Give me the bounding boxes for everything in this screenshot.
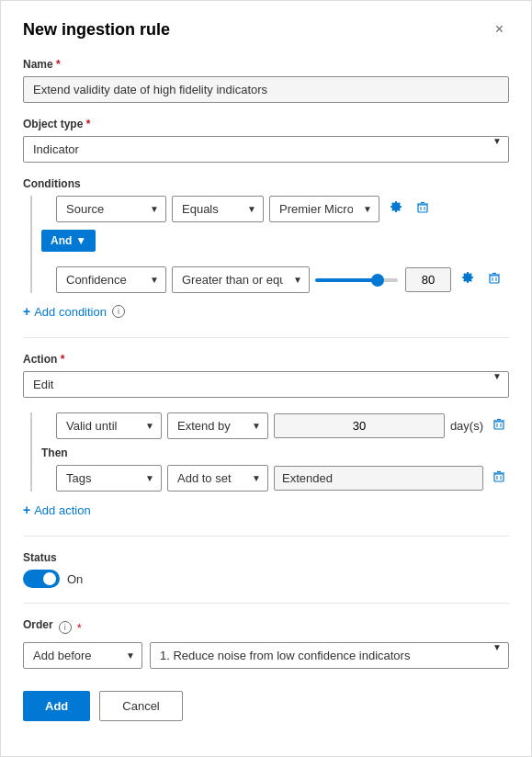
- condition1-field-select[interactable]: Source: [56, 196, 166, 222]
- order-field-wrapper: Add before ▼: [23, 642, 142, 669]
- name-group: Name *: [23, 58, 509, 103]
- order-label: Order: [23, 618, 53, 631]
- confidence-number-input[interactable]: [405, 267, 451, 292]
- order-info-icon[interactable]: i: [59, 621, 72, 634]
- action-rows-group: Valid until ▼ Extend by ▼ day(s): [30, 412, 509, 491]
- gear-icon-2: [460, 271, 475, 286]
- action2-field-select[interactable]: Tags: [56, 465, 162, 491]
- conditions-section: Conditions Source ▼ Equals ▼: [23, 177, 509, 322]
- order-value-wrapper: 1. Reduce noise from low confidence indi…: [150, 642, 509, 669]
- action2-field-wrapper: Tags ▼: [56, 465, 162, 491]
- connector-wrapper: And ▼: [41, 230, 509, 259]
- new-ingestion-rule-dialog: New ingestion rule × Name * Object type …: [0, 0, 532, 757]
- action2-operator-wrapper: Add to set ▼: [167, 465, 268, 491]
- svg-rect-5: [490, 276, 499, 283]
- action1-unit-label: day(s): [450, 419, 483, 433]
- action1-delete-button[interactable]: [489, 414, 509, 437]
- condition1-operator-wrapper: Equals ▼: [172, 196, 264, 222]
- add-action-button[interactable]: + Add action: [23, 499, 91, 521]
- action1-field-select[interactable]: Valid until: [56, 412, 162, 439]
- trash-icon-4: [492, 470, 505, 483]
- action2-delete-button[interactable]: [489, 467, 509, 490]
- svg-rect-15: [494, 474, 504, 481]
- conditions-label: Conditions: [23, 177, 509, 190]
- status-label: Status: [23, 551, 509, 564]
- order-field-select[interactable]: Add before: [23, 642, 142, 669]
- condition1-operator-select[interactable]: Equals: [172, 196, 264, 222]
- add-condition-button[interactable]: + Add condition: [23, 300, 107, 322]
- divider-1: [23, 337, 509, 338]
- toggle-thumb: [43, 572, 56, 585]
- add-condition-wrapper: + Add condition i: [23, 300, 509, 322]
- trash-icon: [416, 201, 429, 214]
- order-section: Order i * Add before ▼ 1. Reduce noise f…: [23, 618, 509, 669]
- status-on-label: On: [67, 572, 83, 586]
- object-type-wrapper: Indicator ▼: [23, 136, 509, 163]
- plus-icon: +: [23, 304, 30, 319]
- then-label: Then: [41, 446, 509, 459]
- condition1-value-wrapper: Premier Micro... ▼: [269, 196, 379, 222]
- status-section: Status On: [23, 551, 509, 588]
- dialog-title: New ingestion rule: [23, 20, 170, 40]
- svg-rect-0: [418, 205, 427, 212]
- divider-3: [23, 603, 509, 604]
- dialog-header: New ingestion rule ×: [23, 19, 509, 40]
- divider-2: [23, 536, 509, 537]
- action-label: Action *: [23, 353, 509, 366]
- action-row-2: Tags ▼ Add to set ▼: [56, 465, 509, 491]
- condition-group: Source ▼ Equals ▼ Premier Micro... ▼: [30, 196, 509, 293]
- confidence-slider[interactable]: [315, 278, 398, 282]
- action2-value-input[interactable]: [274, 466, 483, 491]
- condition1-field-wrapper: Source ▼: [56, 196, 166, 222]
- condition2-field-select[interactable]: Confidence: [56, 266, 166, 293]
- action-group: Action * Edit ▼: [23, 353, 509, 398]
- trash-icon-3: [492, 418, 505, 431]
- action1-operator-select[interactable]: Extend by: [167, 412, 268, 439]
- close-button[interactable]: ×: [490, 19, 509, 40]
- condition1-value-select[interactable]: Premier Micro...: [269, 196, 379, 222]
- status-toggle[interactable]: [23, 570, 60, 588]
- action-row-1: Valid until ▼ Extend by ▼ day(s): [56, 412, 509, 439]
- connector-chevron-icon: ▼: [75, 234, 86, 247]
- order-row: Add before ▼ 1. Reduce noise from low co…: [23, 642, 509, 669]
- condition2-settings-button[interactable]: [457, 267, 479, 292]
- order-required: *: [77, 621, 82, 635]
- toggle-track: [23, 570, 60, 588]
- condition-row-2: Confidence ▼ Greater than or equal ▼: [56, 266, 509, 293]
- plus-icon-2: +: [23, 503, 30, 517]
- add-action-wrapper: + Add action: [23, 499, 509, 521]
- svg-rect-10: [494, 422, 504, 429]
- footer-buttons: Add Cancel: [23, 691, 509, 721]
- condition-row-1: Source ▼ Equals ▼ Premier Micro... ▼: [56, 196, 509, 222]
- object-type-label: Object type *: [23, 118, 509, 130]
- order-value-select[interactable]: 1. Reduce noise from low confidence indi…: [150, 642, 509, 669]
- action1-operator-wrapper: Extend by ▼: [167, 412, 268, 439]
- slider-wrapper: [315, 267, 451, 292]
- action2-operator-select[interactable]: Add to set: [167, 465, 268, 491]
- gear-icon: [389, 200, 403, 215]
- object-type-select[interactable]: Indicator: [23, 136, 509, 163]
- action-select-wrapper: Edit ▼: [23, 371, 509, 398]
- toggle-wrapper: On: [23, 570, 509, 588]
- order-label-row: Order i *: [23, 618, 509, 637]
- name-label: Name *: [23, 58, 509, 71]
- cancel-button[interactable]: Cancel: [99, 691, 182, 721]
- and-connector-button[interactable]: And ▼: [41, 230, 96, 252]
- trash-icon-2: [488, 272, 501, 285]
- condition2-field-wrapper: Confidence ▼: [56, 266, 166, 293]
- action-select[interactable]: Edit: [23, 371, 509, 398]
- condition2-operator-select[interactable]: Greater than or equal: [172, 266, 310, 293]
- add-condition-info-icon[interactable]: i: [112, 305, 125, 318]
- add-button[interactable]: Add: [23, 691, 90, 721]
- name-input[interactable]: [23, 76, 509, 103]
- object-type-group: Object type * Indicator ▼: [23, 118, 509, 163]
- action1-number-input[interactable]: [274, 413, 445, 438]
- condition1-delete-button[interactable]: [413, 198, 433, 220]
- condition1-settings-button[interactable]: [385, 197, 407, 221]
- condition2-operator-wrapper: Greater than or equal ▼: [172, 266, 310, 293]
- condition2-delete-button[interactable]: [484, 268, 504, 291]
- action1-field-wrapper: Valid until ▼: [56, 412, 162, 439]
